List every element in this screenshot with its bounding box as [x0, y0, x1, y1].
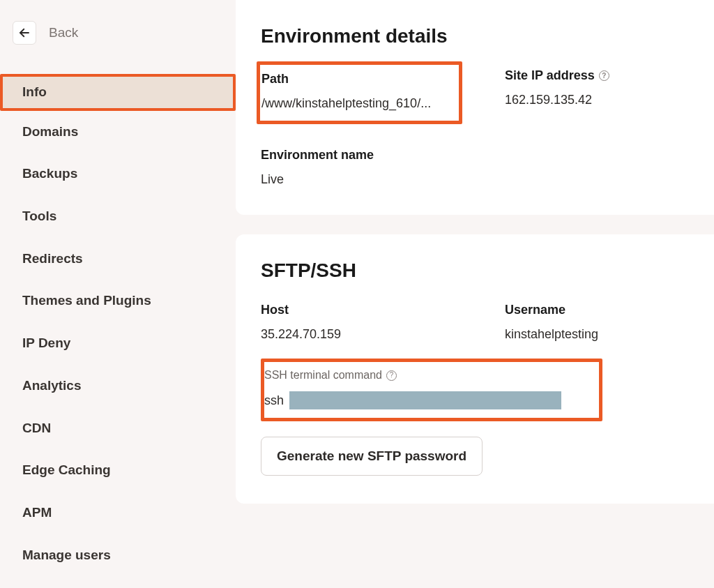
sidebar-item-info[interactable]: Info — [0, 74, 236, 111]
generate-sftp-password-button[interactable]: Generate new SFTP password — [261, 437, 483, 476]
ssh-redacted — [289, 391, 561, 409]
sidebar-item-cdn[interactable]: CDN — [0, 407, 236, 450]
environment-heading: Environment details — [261, 25, 714, 47]
sidebar-item-themes[interactable]: Themes and Plugins — [0, 280, 236, 322]
sidebar-item-redirects[interactable]: Redirects — [0, 238, 236, 280]
envname-label: Environment name — [261, 148, 484, 163]
ssh-prefix: ssh — [264, 393, 284, 408]
sidebar: Back Info Domains Backups Tools Redirect… — [0, 0, 236, 588]
sidebar-item-edgecaching[interactable]: Edge Caching — [0, 449, 236, 492]
environment-details-card: Environment details Path /www/kinstahelp… — [236, 0, 714, 215]
ssh-cmd-label: SSH terminal command — [264, 369, 382, 382]
host-label: Host — [261, 303, 484, 317]
path-highlight: Path /www/kinstahelptesting_610/... — [257, 61, 462, 124]
back-button[interactable] — [13, 21, 36, 45]
ip-value: 162.159.135.42 — [505, 93, 714, 107]
sidebar-item-backups[interactable]: Backups — [0, 153, 236, 195]
help-icon[interactable]: ? — [599, 70, 609, 81]
ip-field: Site IP address ? 162.159.135.42 — [505, 68, 714, 124]
username-label: Username — [505, 303, 714, 317]
host-value: 35.224.70.159 — [261, 327, 484, 342]
sftp-ssh-card: SFTP/SSH Host 35.224.70.159 Username kin… — [236, 234, 714, 504]
ssh-command-highlight: SSH terminal command ? ssh — [261, 359, 602, 421]
path-label: Path — [261, 72, 431, 86]
sidebar-item-ipdeny[interactable]: IP Deny — [0, 322, 236, 365]
envname-field: Environment name Live — [261, 148, 484, 187]
sidebar-item-manageusers[interactable]: Manage users — [0, 534, 236, 577]
sidebar-item-useractivity[interactable]: User activity — [0, 576, 236, 588]
sidebar-item-analytics[interactable]: Analytics — [0, 365, 236, 407]
ip-label: Site IP address — [505, 68, 595, 83]
ssh-command: ssh — [264, 391, 585, 409]
back-label: Back — [49, 25, 78, 40]
main: Environment details Path /www/kinstahelp… — [236, 0, 714, 588]
host-field: Host 35.224.70.159 — [261, 303, 484, 342]
path-value: /www/kinstahelptesting_610/... — [261, 96, 431, 111]
envname-value: Live — [261, 172, 484, 187]
arrow-left-icon — [18, 27, 31, 39]
username-value: kinstahelptesting — [505, 327, 714, 342]
sidebar-item-domains[interactable]: Domains — [0, 111, 236, 153]
sidebar-item-tools[interactable]: Tools — [0, 195, 236, 238]
back-row: Back — [0, 21, 236, 45]
sftp-heading: SFTP/SSH — [261, 259, 714, 282]
sidebar-nav: Info Domains Backups Tools Redirects The… — [0, 74, 236, 588]
help-icon[interactable]: ? — [386, 370, 397, 381]
sidebar-item-apm[interactable]: APM — [0, 492, 236, 534]
username-field: Username kinstahelptesting — [505, 303, 714, 342]
